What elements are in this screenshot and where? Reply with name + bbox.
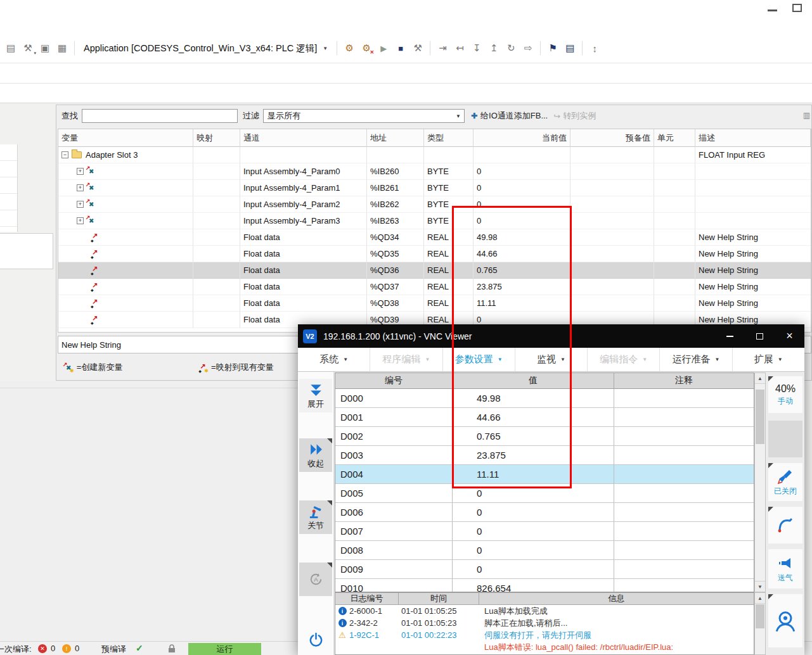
- expand-box-icon[interactable]: +: [77, 168, 84, 175]
- air-supply-button[interactable]: 送气: [768, 549, 802, 588]
- log-scrollbar[interactable]: ▲: [754, 592, 766, 655]
- tab-system[interactable]: 系统▼: [298, 348, 370, 371]
- col-header-mapping[interactable]: 映射: [193, 129, 240, 147]
- scrollbar-thumb[interactable]: [756, 604, 764, 628]
- io-row[interactable]: Float data %QD35 REAL 44.66 New Help Str…: [58, 246, 811, 262]
- current-value-cell[interactable]: 0: [474, 180, 570, 196]
- current-value-cell[interactable]: 49.98: [474, 229, 570, 246]
- param-row[interactable]: D00144.66: [335, 408, 754, 427]
- col-header-description[interactable]: 描述: [695, 129, 811, 147]
- tab-program-edit[interactable]: 程序编辑▼: [370, 348, 442, 371]
- col-header-channel[interactable]: 通道: [240, 129, 367, 147]
- io-row[interactable]: + Input Assembly-4_Param0 %IB260 BYTE 0: [58, 163, 811, 180]
- breakpoints-icon[interactable]: ⚑: [545, 40, 561, 56]
- joint-mode-button[interactable]: 关节: [299, 500, 332, 534]
- stop-icon[interactable]: ■: [392, 40, 409, 56]
- vnc-close-button[interactable]: ×: [775, 324, 804, 348]
- io-row[interactable]: Float data %QD38 REAL 11.11 New Help Str…: [58, 295, 811, 312]
- scroll-down-icon[interactable]: ▼: [755, 581, 765, 592]
- col-header-address[interactable]: 地址: [367, 129, 424, 147]
- expand-box-icon[interactable]: +: [77, 184, 84, 191]
- log-row[interactable]: i 2-6000-1 01-01 01:05:25 Lua脚本加载完成: [335, 605, 754, 617]
- paste-icon[interactable]: ▤: [3, 40, 19, 56]
- step-out-icon[interactable]: ↤: [451, 40, 468, 56]
- speed-mode-indicator[interactable]: 40% 手动: [768, 376, 802, 413]
- io-row[interactable]: + Input Assembly-4_Param3 %IB263 BYTE 0: [58, 213, 811, 229]
- build-icon[interactable]: ⚒▾: [20, 40, 36, 56]
- param-row[interactable]: D010826.654: [335, 579, 754, 592]
- vnc-maximize-button[interactable]: [745, 324, 775, 348]
- param-row[interactable]: D0020.765: [335, 427, 754, 446]
- param-row[interactable]: D0070: [335, 522, 754, 541]
- io-row[interactable]: Float data %QD34 REAL 49.98 New Help Str…: [58, 229, 811, 246]
- login-gear-icon[interactable]: ⚙: [341, 40, 358, 56]
- restart-icon[interactable]: ↻: [503, 40, 519, 56]
- current-value-cell[interactable]: 0: [474, 196, 570, 213]
- view-grid-icon[interactable]: ▦: [54, 40, 70, 56]
- param-row-selected[interactable]: D00411.11: [335, 465, 754, 484]
- run-button[interactable]: 运行: [188, 643, 261, 655]
- blank-button[interactable]: [768, 421, 802, 457]
- vnc-minimize-button[interactable]: [715, 324, 745, 348]
- io-row[interactable]: Float data %QD37 REAL 23.875 New Help St…: [58, 279, 811, 295]
- start-icon[interactable]: ▶: [375, 40, 392, 56]
- io-row-selected[interactable]: Float data %QD36 REAL 0.765 New Help Str…: [58, 262, 811, 279]
- find-input[interactable]: [82, 109, 238, 123]
- arm-tool-button[interactable]: [768, 507, 802, 544]
- collapse-button[interactable]: 收起: [299, 438, 332, 472]
- call-stack-icon[interactable]: ▤: [562, 40, 578, 56]
- param-row[interactable]: D0050: [335, 484, 754, 503]
- expand-button[interactable]: 展开: [299, 379, 332, 412]
- current-value-cell[interactable]: 0: [474, 213, 570, 229]
- add-fb-button[interactable]: ✚ 给IO通道添加FB...: [468, 108, 551, 124]
- current-value-cell[interactable]: 23.875: [474, 279, 570, 295]
- io-row-adapter[interactable]: −Adapter Slot 3 FLOAT Input REG: [58, 147, 811, 163]
- logout-gear-icon[interactable]: ⚙✕: [358, 40, 375, 56]
- vnc-titlebar[interactable]: V2 192.168.1.200 (x11vnc) - VNC Viewer ×: [298, 324, 804, 348]
- step-over-icon[interactable]: ↧: [468, 40, 485, 56]
- col-header-variable[interactable]: 变量: [58, 129, 193, 147]
- auto-rotate-button[interactable]: A: [299, 563, 332, 596]
- power-button[interactable]: [299, 625, 332, 654]
- io-row[interactable]: + Input Assembly-4_Param1 %IB261 BYTE 0: [58, 180, 811, 196]
- flow-control-icon[interactable]: ↕: [586, 40, 603, 56]
- current-value-cell[interactable]: 44.66: [474, 246, 570, 262]
- param-row[interactable]: D0060: [335, 503, 754, 522]
- expand-box-icon[interactable]: +: [77, 217, 84, 224]
- application-selector[interactable]: Application [CODESYS_Control_Win_V3_x64:…: [79, 42, 333, 54]
- current-value-cell[interactable]: 11.11: [474, 295, 570, 312]
- current-value-cell[interactable]: 0.765: [474, 262, 570, 279]
- log-row[interactable]: ⚠ 1-92C-1 01-01 00:22:23 伺服没有打开，请先打开伺服: [335, 629, 754, 641]
- col-header-type[interactable]: 类型: [424, 129, 474, 147]
- step-into-icon[interactable]: ⇥: [434, 40, 451, 56]
- collapse-box-icon[interactable]: −: [61, 151, 68, 158]
- maximize-icon[interactable]: [792, 4, 802, 12]
- param-row[interactable]: D0080: [335, 541, 754, 560]
- col-header-current-value[interactable]: 当前值: [474, 129, 570, 147]
- wrench-icon[interactable]: ⚒: [409, 40, 426, 56]
- scroll-up-icon[interactable]: ▲: [755, 593, 765, 604]
- col-header-prepared-value[interactable]: 预备值: [570, 129, 654, 147]
- tab-edit-commands[interactable]: 编辑指令▼: [588, 348, 660, 371]
- log-row[interactable]: Lua脚本错误: lua_pcall() failed: /rbctrl/lua…: [335, 641, 754, 653]
- minimize-icon[interactable]: [768, 10, 777, 11]
- toolbar-overflow-icon[interactable]: ▥: [803, 111, 810, 120]
- io-row[interactable]: + Input Assembly-4_Param2 %IB262 BYTE 0: [58, 196, 811, 213]
- log-row[interactable]: i 2-342-2 01-01 01:05:23 脚本正在加载,请稍后...: [335, 617, 754, 629]
- param-table-scrollbar[interactable]: ▲ ▼: [754, 372, 766, 592]
- filter-dropdown[interactable]: 显示所有 ▼: [263, 109, 465, 123]
- scroll-up-icon[interactable]: ▲: [755, 373, 765, 384]
- robot-button[interactable]: [768, 594, 802, 647]
- col-header-unit[interactable]: 单元: [654, 129, 695, 147]
- tab-parameter-settings[interactable]: 参数设置▼: [443, 348, 515, 371]
- new-window-icon[interactable]: ▣: [37, 40, 53, 56]
- param-row[interactable]: D00049.98: [335, 389, 754, 408]
- expand-box-icon[interactable]: +: [77, 201, 84, 208]
- param-row[interactable]: D0090: [335, 560, 754, 579]
- force-values-icon[interactable]: ⇨: [520, 40, 536, 56]
- goto-instance-button[interactable]: ↪ 转到实例: [553, 108, 596, 124]
- tab-run-preparation[interactable]: 运行准备▼: [660, 348, 732, 371]
- scrollbar-thumb[interactable]: [756, 390, 764, 444]
- tab-extensions[interactable]: 扩展▼: [733, 348, 804, 371]
- tab-monitor[interactable]: 监视▼: [515, 348, 588, 371]
